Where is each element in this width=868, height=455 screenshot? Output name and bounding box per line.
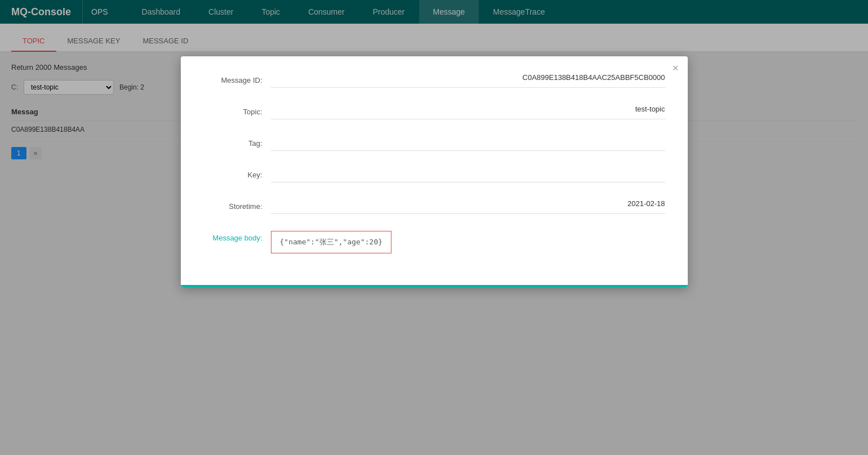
label-tag: Tag: xyxy=(203,136,271,148)
label-message-id: Message ID: xyxy=(203,73,271,84)
value-message-id: C0A899E138B418B4AAC25ABBF5CB0000 xyxy=(271,73,665,88)
field-key-value xyxy=(271,168,665,182)
value-storetime: 2021-02-18 xyxy=(271,199,665,214)
modal-dialog: × Message ID: C0A899E138B418B4AAC25ABBF5… xyxy=(181,56,688,287)
field-message-id: Message ID: C0A899E138B418B4AAC25ABBF5CB… xyxy=(203,73,665,88)
field-key: Key: xyxy=(203,168,665,182)
modal-close-button[interactable]: × xyxy=(673,63,679,73)
field-storetime-value: 2021-02-18 xyxy=(271,199,665,214)
value-key xyxy=(271,168,665,182)
label-message-body: Message body: xyxy=(203,231,271,242)
modal-overlay: × Message ID: C0A899E138B418B4AAC25ABBF5… xyxy=(0,0,868,455)
field-message-id-value: C0A899E138B418B4AAC25ABBF5CB0000 xyxy=(271,73,665,88)
message-body-box: {"name":"张三","age":20} xyxy=(271,231,392,253)
label-key: Key: xyxy=(203,168,271,179)
field-message-body: Message body: {"name":"张三","age":20} xyxy=(203,231,665,253)
value-topic: test-topic xyxy=(271,105,665,119)
label-storetime: Storetime: xyxy=(203,199,271,211)
field-message-body-value: {"name":"张三","age":20} xyxy=(271,231,665,253)
field-tag-value xyxy=(271,136,665,151)
field-topic-value: test-topic xyxy=(271,105,665,119)
field-topic: Topic: test-topic xyxy=(203,105,665,119)
label-topic: Topic: xyxy=(203,105,271,116)
field-storetime: Storetime: 2021-02-18 xyxy=(203,199,665,214)
value-tag xyxy=(271,136,665,151)
field-tag: Tag: xyxy=(203,136,665,151)
modal-footer-bar xyxy=(181,285,688,287)
